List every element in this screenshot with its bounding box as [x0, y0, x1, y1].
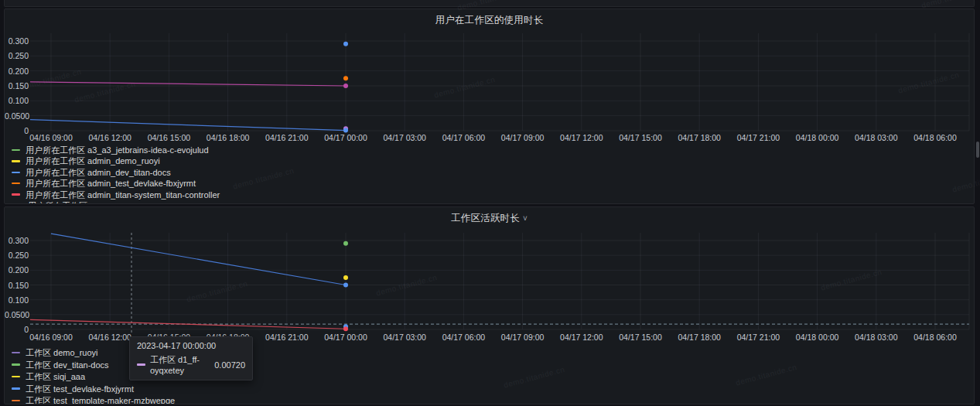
- x-axis-label: 04/16 12:00: [85, 134, 135, 142]
- legend-item-label: 工作区 test_devlake-fbxjyrmt: [26, 384, 134, 394]
- chart-canvas: [5, 9, 974, 139]
- y-axis-label: 0.300: [5, 37, 29, 45]
- x-axis-label: 04/17 15:00: [616, 134, 665, 142]
- panel-2: 工作区活跃时长 ˅ 2023-04-17 00:00:00 工作区 d1_ff-…: [4, 206, 975, 404]
- panel-2-header: 工作区活跃时长 ˅: [5, 210, 974, 226]
- collapsed-panel-row: [4, 0, 975, 7]
- x-axis-label: 04/17 18:00: [674, 134, 724, 142]
- y-axis-label: 0.200: [5, 67, 29, 75]
- y-axis-label: 0.0500: [5, 311, 29, 319]
- x-axis-label: 04/17 21:00: [733, 333, 783, 342]
- tooltip-series-row: 工作区 d1_ff-oyqxetey 0.00720: [137, 354, 245, 375]
- legend-item-label: 用户所在工作区 admin_dev_titan-docs: [26, 168, 171, 177]
- x-axis-label: 04/17 06:00: [439, 333, 488, 342]
- legend-item-label: 用户所在工作区 a3_a3_jetbrains-idea-c-evojulud: [26, 145, 209, 155]
- x-axis-label: 04/18 03:00: [852, 333, 901, 342]
- series-color-dash-icon: [12, 183, 20, 185]
- legend-item-label: 工作区 siqi_aaa: [26, 372, 85, 381]
- series-color-dash-icon: [12, 352, 20, 354]
- x-axis-label: 04/16 09:00: [26, 134, 76, 142]
- y-axis-label: 0.300: [5, 237, 29, 244]
- legend-item-label: 用户所在工作区 admin_demo_ruoyi: [26, 156, 160, 165]
- legend-item[interactable]: 用户所在工作区 admin_test_devlake-fbxjyrmt: [12, 179, 196, 188]
- x-axis-label: 04/16 21:00: [262, 333, 312, 342]
- legend-item[interactable]: 用户所在工作区 a3_a3_jetbrains-idea-c-evojulud: [12, 145, 209, 155]
- panel-1-title[interactable]: 用户在工作区的使用时长: [435, 14, 544, 27]
- x-axis-label: 04/17 18:00: [674, 333, 724, 342]
- legend-item-label: 工作区 dev_titan-docs: [26, 360, 109, 370]
- x-axis-label: 04/16 15:00: [144, 134, 193, 142]
- x-axis-label: 04/17 21:00: [733, 134, 783, 142]
- x-axis-label: 04/16 12:00: [85, 333, 135, 342]
- legend-item-label: 用户所在工作区 admin_titan-system_titan-control…: [26, 190, 220, 200]
- chevron-down-icon[interactable]: ˅: [523, 214, 528, 223]
- y-axis-label: 0.150: [5, 82, 29, 90]
- legend-item[interactable]: 工作区 test_devlake-fbxjyrmt: [12, 384, 134, 394]
- x-axis-label: 04/18 06:00: [910, 333, 960, 342]
- x-axis-label: 04/18 06:00: [910, 134, 960, 142]
- page-scrollbar-thumb[interactable]: [976, 142, 979, 158]
- legend-item[interactable]: 工作区 demo_ruoyi: [12, 348, 98, 357]
- y-axis-label: 0.0500: [5, 112, 29, 120]
- x-axis-label: 04/18 00:00: [793, 333, 842, 342]
- chart-canvas: [5, 207, 974, 339]
- chart-tooltip: 2023-04-17 00:00:00 工作区 d1_ff-oyqxetey 0…: [129, 336, 253, 380]
- y-axis-label: 0.150: [5, 281, 29, 289]
- tooltip-series-value: 0.00720: [214, 360, 245, 370]
- series-color-dash-icon: [12, 149, 20, 152]
- y-axis-label: 0: [5, 127, 29, 135]
- x-axis-label: 04/17 03:00: [380, 134, 429, 142]
- series-color-dash-icon: [12, 387, 20, 390]
- series-color-dash-icon: [12, 172, 20, 174]
- y-axis-label: 0: [5, 326, 29, 333]
- legend-item[interactable]: 用户所在工作区 admin_demo_ruoyi: [12, 156, 160, 165]
- legend-item[interactable]: 工作区 siqi_aaa: [12, 372, 85, 381]
- x-axis-label: 04/18 00:00: [793, 134, 842, 142]
- panel-1-header: 用户在工作区的使用时长: [5, 12, 974, 28]
- legend-item-label: 工作区 test_template-maker-mzbwepge: [26, 396, 175, 404]
- x-axis-label: 04/17 12:00: [557, 134, 606, 142]
- x-axis-label: 04/17 03:00: [380, 333, 429, 342]
- legend-item[interactable]: 用户所在工作区: [28, 201, 87, 204]
- x-axis-label: 04/17 00:00: [321, 333, 370, 342]
- tooltip-timestamp: 2023-04-17 00:00:00: [137, 341, 245, 350]
- x-axis-label: 04/17 06:00: [439, 134, 488, 142]
- series-color-dash-icon: [137, 363, 145, 366]
- legend-item[interactable]: 用户所在工作区 admin_dev_titan-docs: [12, 168, 171, 177]
- x-axis-label: 04/17 09:00: [498, 333, 548, 342]
- x-axis-label: 04/17 15:00: [616, 333, 665, 342]
- x-axis-label: 04/17 09:00: [498, 134, 548, 142]
- legend-item-label: 工作区 demo_ruoyi: [26, 348, 98, 357]
- series-color-dash-icon: [12, 160, 20, 162]
- x-axis-label: 04/18 03:00: [852, 134, 901, 142]
- panel-2-title[interactable]: 工作区活跃时长: [451, 212, 520, 225]
- y-axis-label: 0.200: [5, 266, 29, 274]
- y-axis-label: 0.250: [5, 251, 29, 259]
- tooltip-series-label: 工作区 d1_ff-oyqxetey: [150, 354, 205, 375]
- y-axis-label: 0.250: [5, 52, 29, 60]
- x-axis-label: 04/16 09:00: [26, 333, 76, 342]
- x-axis-label: 04/16 21:00: [262, 134, 312, 142]
- legend-item[interactable]: 工作区 test_template-maker-mzbwepge: [12, 396, 175, 404]
- legend-item[interactable]: 用户所在工作区 admin_titan-system_titan-control…: [12, 190, 220, 200]
- legend-item-label: 用户所在工作区 admin_test_devlake-fbxjyrmt: [26, 179, 196, 188]
- series-color-dash-icon: [12, 193, 20, 196]
- legend-item-label: 用户所在工作区: [28, 201, 87, 204]
- y-axis-label: 0.100: [5, 97, 29, 104]
- series-color-dash-icon: [12, 363, 20, 366]
- x-axis-label: 04/17 12:00: [557, 333, 606, 342]
- y-axis-label: 0.100: [5, 296, 29, 304]
- x-axis-label: 04/17 00:00: [321, 134, 370, 142]
- series-color-dash-icon: [12, 400, 20, 402]
- x-axis-label: 04/16 18:00: [203, 134, 253, 142]
- series-color-dash-icon: [12, 376, 20, 378]
- panel-1: 用户在工作区的使用时长 0.3000.2500.2000.1500.1000.0…: [4, 9, 975, 204]
- legend-item[interactable]: 工作区 dev_titan-docs: [12, 360, 109, 370]
